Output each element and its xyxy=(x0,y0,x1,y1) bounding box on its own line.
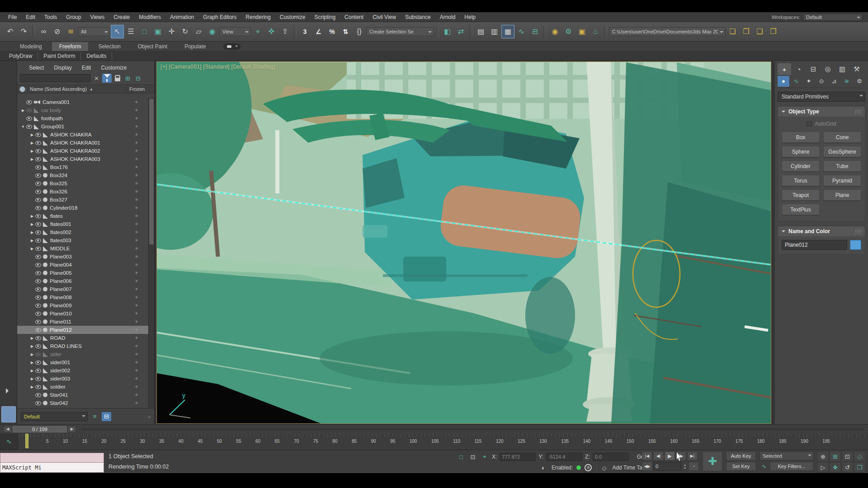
object-name-field[interactable] xyxy=(782,240,847,250)
menu-item[interactable]: Edit xyxy=(21,13,40,22)
scene-explorer-row[interactable]: Star041 ✳ xyxy=(17,391,148,399)
visibility-eye-icon[interactable] xyxy=(26,100,32,104)
selection-filter-dropdown[interactable]: All xyxy=(78,27,110,36)
time-configuration-icon[interactable]: ◔ xyxy=(689,462,699,471)
scene-explorer-row[interactable]: Plane004 ✳ xyxy=(17,261,148,269)
select-object-icon[interactable]: ↖ xyxy=(111,25,124,38)
scene-explorer-row[interactable]: Plane011 ✳ xyxy=(17,318,148,326)
frozen-toggle-icon[interactable]: ✳ xyxy=(125,360,148,365)
frozen-toggle-icon[interactable]: ✳ xyxy=(125,124,148,129)
scene-explorer-row[interactable]: ▶ sider ✳ xyxy=(17,350,148,358)
x-coordinate-field[interactable] xyxy=(500,453,536,461)
menu-item[interactable]: Customize xyxy=(275,13,310,22)
filter-icon[interactable] xyxy=(102,74,112,83)
visibility-eye-icon[interactable] xyxy=(35,222,41,226)
add-time-tag-label[interactable]: Add Time Tag xyxy=(612,465,645,471)
visibility-eye-icon[interactable] xyxy=(26,125,32,129)
bind-to-space-warp-icon[interactable]: ≋ xyxy=(64,25,77,38)
primitive-button[interactable]: Pyramid xyxy=(823,175,861,186)
frozen-toggle-icon[interactable]: ✳ xyxy=(125,311,148,316)
maxscript-listener-line[interactable]: MAXScript Mi xyxy=(0,463,104,473)
visibility-eye-icon[interactable] xyxy=(35,393,41,397)
selection-set-key-dropdown[interactable]: Selected xyxy=(760,451,814,460)
frozen-toggle-icon[interactable]: ✳ xyxy=(125,271,148,275)
visibility-eye-icon[interactable] xyxy=(35,174,41,178)
visibility-eye-icon[interactable] xyxy=(35,263,41,267)
visibility-eye-icon[interactable] xyxy=(35,304,41,308)
ribbon-tab[interactable]: Selection xyxy=(91,42,127,51)
select-and-place-icon[interactable]: ◉ xyxy=(206,25,219,38)
select-and-move-icon[interactable]: ✛ xyxy=(165,25,178,38)
selection-region-icon[interactable]: □ xyxy=(457,452,466,461)
cameras-category[interactable]: ⊙ xyxy=(816,76,827,87)
shapes-category[interactable]: ∿ xyxy=(790,76,802,87)
visibility-eye-icon[interactable] xyxy=(35,296,41,300)
scene-explorer-row[interactable]: Cylinder018 ✳ xyxy=(17,204,148,212)
frozen-toggle-icon[interactable]: ✳ xyxy=(125,100,148,104)
new-key-curve-icon[interactable]: ∿ xyxy=(760,462,769,471)
ribbon-tab[interactable]: Object Paint xyxy=(131,42,175,51)
space-warps-category[interactable]: ≋ xyxy=(841,76,853,87)
visibility-eye-icon[interactable] xyxy=(35,239,41,243)
zoom-all-icon[interactable]: ⊞ xyxy=(830,451,841,461)
create-selection-set-dropdown[interactable]: Create Selection Se xyxy=(366,27,434,36)
ribbon-overflow-dropdown[interactable] xyxy=(223,43,241,50)
menu-item[interactable]: Modifiers xyxy=(134,13,165,22)
scene-explorer-row[interactable]: ▶ flates002 ✳ xyxy=(17,228,148,236)
frozen-toggle-icon[interactable]: ✳ xyxy=(125,157,148,161)
frozen-toggle-icon[interactable]: ✳ xyxy=(125,385,148,389)
select-by-name-icon[interactable]: ☰ xyxy=(124,25,137,38)
absolute-mode-icon[interactable]: ⌖ xyxy=(480,452,489,461)
set-keys-button[interactable]: ✚ xyxy=(703,451,722,471)
frozen-toggle-icon[interactable]: ✳ xyxy=(125,189,148,194)
menu-item[interactable]: Views xyxy=(85,13,109,22)
visibility-eye-icon[interactable] xyxy=(35,149,41,153)
visibility-eye-icon[interactable] xyxy=(35,190,41,194)
keyboard-shortcut-override-icon[interactable]: ⇧ xyxy=(278,25,292,38)
primitive-button[interactable]: Box xyxy=(782,131,820,143)
frozen-toggle-icon[interactable]: ✳ xyxy=(125,206,148,210)
scene-explorer-menu-item[interactable]: Edit xyxy=(77,64,96,72)
primitive-button[interactable]: Torus xyxy=(782,175,820,186)
layer-explorer-icon[interactable]: ≡ xyxy=(90,412,99,421)
scene-explorer-row[interactable]: ▶ soldier ✳ xyxy=(17,383,148,391)
project-tool-icon-1[interactable]: ❏ xyxy=(726,25,739,38)
scene-explorer-menu-item[interactable]: Customize xyxy=(96,64,131,72)
scene-explorer-row[interactable]: Box326 ✳ xyxy=(17,188,148,196)
selection-lock-icon[interactable]: ⊡ xyxy=(468,452,477,461)
mirror-icon[interactable]: ◧ xyxy=(441,25,454,38)
visibility-eye-icon[interactable] xyxy=(26,108,32,113)
frozen-toggle-icon[interactable]: ✳ xyxy=(125,230,148,235)
time-slider-track[interactable] xyxy=(81,428,863,430)
expand-arrow-icon[interactable]: ▶ xyxy=(29,222,35,226)
visibility-eye-icon[interactable] xyxy=(35,320,41,324)
scene-explorer-menu-item[interactable]: Display xyxy=(49,64,76,72)
rectangular-selection-region-icon[interactable]: □ xyxy=(138,25,151,38)
frozen-toggle-icon[interactable]: ✳ xyxy=(125,303,148,308)
visibility-eye-icon[interactable] xyxy=(35,287,41,291)
scene-explorer-row[interactable]: ▶ car body ✳ xyxy=(17,106,148,114)
visibility-eye-icon[interactable] xyxy=(35,361,41,365)
scene-explorer-row[interactable]: Plane010 ✳ xyxy=(17,310,148,318)
viewport-label[interactable]: [+] [Camera001] [Standard] [Default Shad… xyxy=(160,64,275,70)
angle-snap-toggle-icon[interactable]: ∠ xyxy=(312,25,325,38)
expand-arrow-icon[interactable]: ▶ xyxy=(29,361,35,365)
frame-spinner[interactable]: ▲▼ xyxy=(682,462,688,471)
frozen-toggle-icon[interactable]: ✳ xyxy=(125,263,148,267)
frozen-toggle-icon[interactable]: ✳ xyxy=(125,336,148,340)
active-layer-dropdown[interactable]: Default xyxy=(21,412,88,421)
frozen-toggle-icon[interactable]: ✳ xyxy=(125,165,148,169)
expand-arrow-icon[interactable]: ▼ xyxy=(20,125,26,129)
scene-explorer-row[interactable]: foothpath ✳ xyxy=(17,114,148,122)
systems-category[interactable]: ⚙ xyxy=(854,76,865,87)
frozen-toggle-icon[interactable]: ✳ xyxy=(125,181,148,186)
expand-arrow-icon[interactable]: ▶ xyxy=(29,141,35,145)
expand-all-icon[interactable]: ⊞ xyxy=(123,74,132,83)
play-button[interactable]: ▶ xyxy=(665,451,675,460)
camera-viewport[interactable]: [+] [Camera001] [Standard] [Default Shad… xyxy=(156,61,771,424)
spinner-snap-toggle-icon[interactable]: ⇅ xyxy=(339,25,352,38)
scene-explorer-row[interactable]: ▶ flates ✳ xyxy=(17,212,148,220)
visibility-eye-icon[interactable] xyxy=(35,141,41,145)
frozen-toggle-icon[interactable]: ✳ xyxy=(125,393,148,397)
menu-item[interactable]: Group xyxy=(61,13,85,22)
